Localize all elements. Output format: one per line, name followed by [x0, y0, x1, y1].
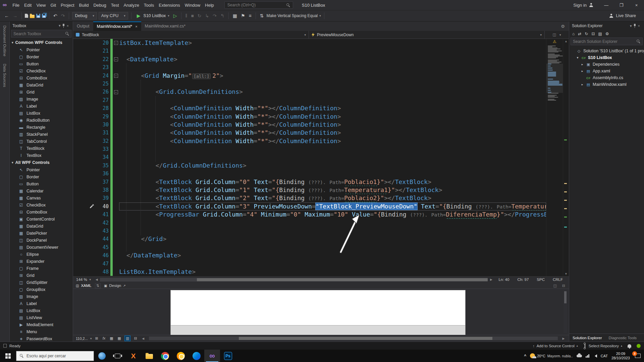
- eol-indicator[interactable]: CRLF: [553, 278, 563, 282]
- code-line-37[interactable]: 37 <TextBlock Grid.Column="0" Text="{Bin…: [73, 178, 546, 186]
- menu-git[interactable]: Git: [48, 3, 58, 8]
- effects-icon[interactable]: fx: [102, 336, 107, 341]
- toolbox-item-stackpanel[interactable]: ▥StackPanel: [10, 131, 73, 138]
- toolbox-menu-icon[interactable]: ▾: [57, 23, 62, 28]
- code-line-29[interactable]: 29 <ColumnDefinition Width="*"></ColumnD…: [73, 113, 546, 121]
- find-in-files-icon[interactable]: ▦: [232, 13, 238, 18]
- bottom-tab-diagnostic-tools[interactable]: Diagnostic Tools: [605, 334, 640, 342]
- snap-grid-icon[interactable]: ▦: [117, 336, 122, 341]
- home-icon[interactable]: ⌂: [572, 32, 575, 36]
- code-line-20[interactable]: 20− <ListBox.ItemTemplate>: [73, 39, 546, 47]
- toolbox-item-canvas[interactable]: ▩Canvas: [10, 194, 73, 201]
- code-line-45[interactable]: 45: [73, 243, 546, 251]
- fold-toggle-icon[interactable]: −: [114, 74, 118, 78]
- maximize-button[interactable]: ❐: [614, 0, 629, 10]
- toolbox-item-contentcontrol[interactable]: ▣ContentControl: [10, 216, 73, 223]
- solution-explorer-header[interactable]: Solution Explorer ▾ ×: [569, 21, 644, 30]
- code-line-33[interactable]: 33: [73, 145, 546, 153]
- dock-tab-document-outline[interactable]: Document Outline: [3, 25, 7, 56]
- nav-member-dropdown[interactable]: PreviewMouseDown ▾: [309, 31, 545, 39]
- taskbar-app-xampp[interactable]: X: [125, 350, 141, 362]
- toolbox-item-frame[interactable]: ▢Frame: [10, 265, 73, 272]
- solution-item-mainwindow-xaml[interactable]: ▸▤MainWindow.xaml: [569, 81, 644, 88]
- minimap-viewport[interactable]: [546, 64, 563, 93]
- solution-item-s10-listbox[interactable]: ▾C#S10 ListBox: [569, 54, 644, 61]
- nav-forward-icon[interactable]: →: [12, 13, 18, 18]
- taskbar-app-cortana[interactable]: [94, 350, 110, 362]
- sign-in-button[interactable]: Sign in: [573, 3, 593, 8]
- new-file-icon[interactable]: [25, 14, 28, 18]
- code-line-41[interactable]: 41 <ProgressBar Grid.Column="4" Minimum=…: [73, 210, 546, 219]
- design-view-button[interactable]: ▣ Design ↗: [104, 284, 126, 288]
- tab-mainwindow-xaml-cs[interactable]: MainWindow.xaml.cs*: [141, 21, 190, 31]
- expander-icon[interactable]: ▸: [581, 83, 584, 86]
- fold-toggle-icon[interactable]: −: [114, 41, 118, 45]
- hidden-icons-caret[interactable]: ^: [524, 354, 526, 358]
- scroll-up-icon[interactable]: ▲: [563, 40, 569, 43]
- select-repository-button[interactable]: Select Repository ▴: [583, 344, 622, 348]
- configuration-dropdown[interactable]: Debug ▾: [72, 12, 97, 19]
- gear-icon[interactable]: ⚙: [557, 21, 569, 31]
- expander-icon[interactable]: ▾: [576, 56, 579, 59]
- menu-window[interactable]: Window: [182, 3, 203, 8]
- horizontal-scrollbar[interactable]: [100, 278, 488, 282]
- toolbox-item-datagrid[interactable]: ▦DataGrid: [10, 81, 73, 88]
- swap-panes-icon[interactable]: ⇅: [95, 283, 101, 288]
- toolbox-item-pointer[interactable]: ↖Pointer: [10, 166, 73, 173]
- toolbox-item-pointer[interactable]: ↖Pointer: [10, 46, 73, 53]
- start-button[interactable]: [0, 350, 16, 362]
- toolbox-item-datepicker[interactable]: ▦DatePicker: [10, 230, 73, 237]
- toolbox-close-icon[interactable]: ×: [65, 24, 70, 28]
- toolbox-item-rectangle[interactable]: ▬Rectangle: [10, 124, 73, 131]
- taskbar-app-canary[interactable]: [173, 350, 189, 362]
- onedrive-icon[interactable]: [577, 355, 582, 357]
- code-line-21[interactable]: 21: [73, 47, 546, 55]
- toolbox-item-border[interactable]: ▢Border: [10, 53, 73, 60]
- clock[interactable]: 20:09 28/10/2023: [611, 352, 630, 360]
- step-over-icon[interactable]: ↷: [212, 13, 218, 18]
- pane-close-icon[interactable]: ×: [637, 24, 641, 28]
- nav-type-dropdown[interactable]: TextBlock ▾: [73, 31, 309, 39]
- properties-icon[interactable]: ⚙: [605, 32, 609, 36]
- taskbar-app-photoshop[interactable]: Ps: [220, 350, 236, 362]
- toolbox-group-common-wpf-controls[interactable]: ▾Common WPF Controls: [10, 39, 73, 46]
- platform-dropdown[interactable]: Any CPU ▾: [99, 12, 128, 19]
- tab-output[interactable]: Output: [73, 21, 93, 31]
- design-scroll-left-icon[interactable]: ◀: [141, 337, 146, 340]
- toolbox-item-gridsplitter[interactable]: ◫GridSplitter: [10, 279, 73, 286]
- tab-mainwindow-xaml[interactable]: MainWindow.xaml*×: [93, 21, 141, 31]
- menu-extensions[interactable]: Extensions: [156, 3, 182, 8]
- code-line-39[interactable]: 39 <TextBlock Grid.Column="2" Text="{Bin…: [73, 194, 546, 202]
- code-line-30[interactable]: 30 <ColumnDefinition Width="*"></ColumnD…: [73, 121, 546, 129]
- sync-status-icon[interactable]: [637, 344, 641, 348]
- design-zoom-caret[interactable]: ▾: [90, 337, 92, 340]
- start-without-debugging-icon[interactable]: ▷: [172, 13, 178, 18]
- vertical-scrollbar[interactable]: ▲ ▼: [563, 39, 569, 276]
- network-icon[interactable]: [586, 354, 589, 358]
- solution-item-app-xaml[interactable]: ▸▤App.xaml: [569, 68, 644, 74]
- design-zoom-value[interactable]: 110,2...: [76, 337, 88, 341]
- menu-project[interactable]: Project: [58, 3, 76, 8]
- menu-test[interactable]: Test: [109, 3, 121, 8]
- toolbox-header[interactable]: Toolbox ▾ ×: [10, 21, 73, 30]
- restart-icon[interactable]: ↻: [197, 13, 203, 18]
- toolbox-item-tabcontrol[interactable]: ◫TabControl: [10, 138, 73, 145]
- code-line-40[interactable]: 40 <TextBlock Grid.Column="3" PreviewMou…: [73, 202, 546, 210]
- pin-icon[interactable]: [633, 24, 637, 28]
- toolbox-item-combobox[interactable]: ⊟ComboBox: [10, 74, 73, 81]
- annotations-icon[interactable]: ⊟: [133, 336, 138, 341]
- design-scrollbar[interactable]: [564, 291, 567, 333]
- stop-icon[interactable]: ■: [190, 13, 195, 18]
- pause-icon[interactable]: ‖: [184, 13, 189, 18]
- toolbox-item-button[interactable]: ▭Button: [10, 60, 73, 67]
- scroll-down-icon[interactable]: ▼: [563, 272, 569, 276]
- menu-tools[interactable]: Tools: [142, 3, 156, 8]
- toolbox-item-checkbox[interactable]: ☑CheckBox: [10, 201, 73, 208]
- pin-icon[interactable]: [62, 24, 65, 28]
- solution-item-dependencies[interactable]: ▸▣Dependencies: [569, 61, 644, 68]
- code-line-43[interactable]: 43: [73, 227, 546, 235]
- add-to-source-control-button[interactable]: ↑ Add to Source Control ▴: [533, 344, 578, 348]
- refresh-icon[interactable]: ↻: [585, 32, 588, 36]
- toolbox-item-groupbox[interactable]: ▢GroupBox: [10, 286, 73, 293]
- toolbox-item-textbox[interactable]: ITextBox: [10, 152, 73, 159]
